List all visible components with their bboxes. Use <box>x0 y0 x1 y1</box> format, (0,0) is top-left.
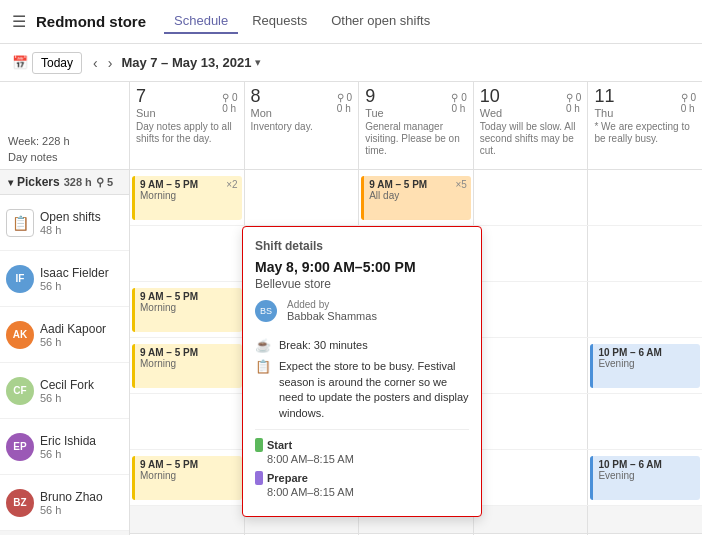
runners-section-header[interactable]: ▾ Runners 106 h <box>0 531 129 535</box>
isaac-cell-3 <box>474 226 589 281</box>
next-arrow[interactable]: › <box>103 53 118 73</box>
popup-note-row: 📋 Expect the store to be busy. Festival … <box>255 359 469 421</box>
tab-schedule[interactable]: Schedule <box>164 9 238 34</box>
day-note-8: Inventory day. <box>251 121 353 133</box>
aadi-label-sun: Morning <box>140 302 237 313</box>
isaac-cell-0 <box>130 226 245 281</box>
avatar-aadi: AK <box>6 321 34 349</box>
tab-requests[interactable]: Requests <box>242 9 317 34</box>
aadi-cell-3 <box>474 282 589 337</box>
tab-other-open-shifts[interactable]: Other open shifts <box>321 9 440 34</box>
hamburger-icon[interactable]: ☰ <box>12 12 26 31</box>
shift-count: ×2 <box>226 179 237 190</box>
eric-cell-0 <box>130 394 245 449</box>
bruno-time-thu: 10 PM – 6 AM <box>598 459 662 470</box>
day-name-9: Tue <box>365 107 384 119</box>
person-hours-cecil: 56 h <box>40 392 94 404</box>
eric-cell-4 <box>588 394 702 449</box>
shift-count-tue: ×5 <box>455 179 466 190</box>
cecil-time-sun: 9 AM – 5 PM <box>140 347 198 358</box>
day-meta-9: ⚲ 00 h <box>451 92 466 114</box>
popup-divider <box>255 429 469 430</box>
popup-date: May 8, 9:00 AM–5:00 PM <box>255 259 469 275</box>
popup-note-text: Expect the store to be busy. Festival se… <box>279 359 469 421</box>
cecil-time-thu: 10 PM – 6 AM <box>598 347 662 358</box>
day-number-10: 10 <box>480 86 500 106</box>
bruno-cell-3 <box>474 450 589 505</box>
segment-start-time: 8:00 AM–8:15 AM <box>267 453 469 465</box>
day-name-7: Sun <box>136 107 156 119</box>
popup-break-row: ☕ Break: 30 minutes <box>255 338 469 353</box>
chevron-down-icon[interactable]: ▾ <box>255 56 261 69</box>
bruno-shift-thu[interactable]: 10 PM – 6 AM Evening <box>590 456 700 500</box>
bruno-label-thu: Evening <box>598 470 695 481</box>
person-row-cecil: CF Cecil Fork 56 h <box>0 363 129 419</box>
open-shift-block-tue[interactable]: 9 AM – 5 PM ×5 All day <box>361 176 471 220</box>
open-shift-block-sun[interactable]: 9 AM – 5 PM ×2 Morning <box>132 176 242 220</box>
pickers-hours: 328 h <box>64 176 92 188</box>
week-hours: Week: 228 h <box>8 135 121 147</box>
day-col-7: 7 Sun ⚲ 00 h Day notes apply to all shif… <box>130 82 245 169</box>
bruno-shift-sun[interactable]: 9 AM – 5 PM Morning <box>132 456 242 500</box>
day-name-11: Thu <box>594 107 614 119</box>
cecil-shift-sun[interactable]: 9 AM – 5 PM Morning <box>132 344 242 388</box>
prev-arrow[interactable]: ‹ <box>88 53 103 73</box>
person-name-aadi: Aadi Kapoor <box>40 322 106 336</box>
day-notes-label: Day notes <box>8 151 121 163</box>
shift-label-tue: All day <box>369 190 466 201</box>
day-note-9: General manager visiting. Please be on t… <box>365 121 467 157</box>
aadi-cell-0: 9 AM – 5 PM Morning <box>130 282 245 337</box>
pickers-badge: ⚲ 5 <box>96 176 113 189</box>
sidebar: Week: 228 h Day notes ▾ Pickers 328 h ⚲ … <box>0 82 130 535</box>
open-shifts-label: Open shifts <box>40 210 101 224</box>
cal-content: 7 Sun ⚲ 00 h Day notes apply to all shif… <box>130 82 702 535</box>
open-shifts-hours: 48 h <box>40 224 101 236</box>
open-shift-cell-4 <box>588 170 702 225</box>
person-info-isaac: Isaac Fielder 56 h <box>40 266 109 292</box>
today-button[interactable]: Today <box>32 52 82 74</box>
person-info-bruno: Bruno Zhao 56 h <box>40 490 103 516</box>
day-name-8: Mon <box>251 107 272 119</box>
pickers-section-header[interactable]: ▾ Pickers 328 h ⚲ 5 <box>0 170 129 195</box>
person-row-aadi: AK Aadi Kapoor 56 h <box>0 307 129 363</box>
added-by-avatar: BS <box>255 300 277 322</box>
day-col-11: 11 Thu ⚲ 00 h * We are expecting to be r… <box>588 82 702 169</box>
day-number-8: 8 <box>251 86 261 106</box>
open-shift-cell-3 <box>474 170 589 225</box>
bruno-label-sun: Morning <box>140 470 237 481</box>
pickers-label: Pickers <box>17 175 60 189</box>
person-row-bruno: BZ Bruno Zhao 56 h <box>0 475 129 531</box>
person-name-eric: Eric Ishida <box>40 434 96 448</box>
calendar-icon: 📅 <box>12 55 28 70</box>
toolbar: 📅 Today ‹ › May 7 – May 13, 2021 ▾ <box>0 44 702 82</box>
added-by-name: Babbak Shammas <box>287 310 377 322</box>
day-note-10: Today will be slow. All second shifts ma… <box>480 121 582 157</box>
person-row-eric: EP Eric Ishida 56 h <box>0 419 129 475</box>
sidebar-header: Week: 228 h Day notes <box>0 82 129 170</box>
person-name-bruno: Bruno Zhao <box>40 490 103 504</box>
open-shift-cell-0: 9 AM – 5 PM ×2 Morning <box>130 170 245 225</box>
popup-avatar: BS Added by Babbak Shammas <box>255 299 377 322</box>
day-meta-11: ⚲ 00 h <box>681 92 696 114</box>
cecil-shift-thu[interactable]: 10 PM – 6 AM Evening <box>590 344 700 388</box>
main-grid: Week: 228 h Day notes ▾ Pickers 328 h ⚲ … <box>0 82 702 535</box>
cecil-cell-3 <box>474 338 589 393</box>
shift-time: 9 AM – 5 PM <box>140 179 198 190</box>
segment-dot-start <box>255 438 263 452</box>
avatar-cecil: CF <box>6 377 34 405</box>
person-info-cecil: Cecil Fork 56 h <box>40 378 94 404</box>
aadi-shift-sun[interactable]: 9 AM – 5 PM Morning <box>132 288 242 332</box>
shift-details-popup: Shift details May 8, 9:00 AM–5:00 PM Bel… <box>242 226 482 517</box>
popup-break-label: Break: 30 minutes <box>279 338 368 353</box>
popup-segment-start: Start 8:00 AM–8:15 AM <box>255 438 469 465</box>
pickers-chevron-icon: ▾ <box>8 177 13 188</box>
popup-store: Bellevue store <box>255 277 469 291</box>
cecil-cell-0: 9 AM – 5 PM Morning <box>130 338 245 393</box>
bruno-time-sun: 9 AM – 5 PM <box>140 459 198 470</box>
day-meta-10: ⚲ 00 h <box>566 92 581 114</box>
nav-tabs: Schedule Requests Other open shifts <box>164 9 440 34</box>
person-name-isaac: Isaac Fielder <box>40 266 109 280</box>
avatar-eric: EP <box>6 433 34 461</box>
day-note-7: Day notes apply to all shifts for the da… <box>136 121 238 145</box>
date-range[interactable]: May 7 – May 13, 2021 <box>121 55 251 70</box>
